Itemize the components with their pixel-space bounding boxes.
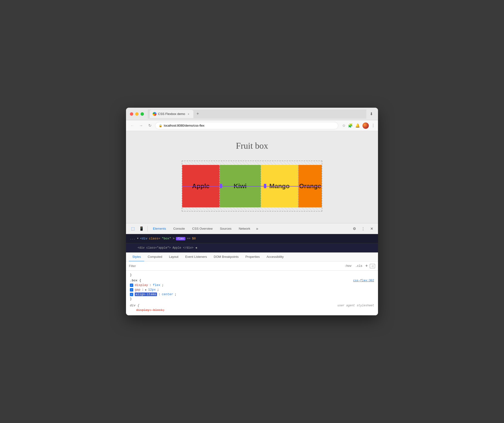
css-semicolon-2: ; — [157, 288, 159, 292]
css-prop-name-display-ua: display: block; — [136, 308, 165, 312]
toolbar-separator — [147, 226, 148, 232]
dom-flex-badge[interactable]: flex — [176, 237, 185, 240]
css-semicolon-3: ; — [174, 293, 176, 296]
css-semicolon-1: ; — [162, 283, 164, 287]
devtools-tabs: Elements Console CSS Overview Sources Ne… — [150, 225, 260, 232]
devtools-close-icon[interactable]: ✕ — [368, 225, 375, 232]
css-colon-2: : — [142, 288, 144, 292]
bookmark-icon[interactable]: ☆ — [342, 123, 346, 128]
page-title: Fruit box — [236, 141, 268, 151]
css-prop-display-ua: display: block; — [126, 308, 378, 312]
dom-attr-class: class= — [149, 237, 160, 240]
css-prop-value-gap[interactable]: 12px — [148, 288, 156, 292]
filter-bar: :hov .cls + — [126, 261, 378, 271]
tab-console[interactable]: Console — [170, 225, 188, 232]
styles-tabs: Styles Computed Layout Event Listeners D… — [126, 252, 378, 261]
fruit-apple: Apple — [182, 165, 220, 207]
tab-title: CSS Flexbox demo — [158, 112, 185, 116]
tab-elements[interactable]: Elements — [150, 225, 169, 232]
css-source-link-box[interactable]: css-flex:302 — [353, 279, 374, 282]
styles-subtab-styles[interactable]: Styles — [129, 252, 144, 261]
toolbar-icons: ☆ 🧩 🔔 ⋮ — [342, 122, 375, 129]
page-content: Fruit box Apple Kiwi Mango Orange — [126, 131, 378, 223]
styles-subtab-computed[interactable]: Computed — [144, 252, 165, 261]
tab-bar: CSS Flexbox demo × + — [148, 109, 366, 119]
styles-subtab-properties[interactable]: Properties — [242, 252, 263, 261]
css-prev-close-brace: } — [126, 273, 378, 277]
tab-network[interactable]: Network — [235, 225, 254, 232]
css-prop-checkbox-align-items[interactable] — [130, 293, 133, 296]
browser-window: CSS Flexbox demo × + ⬇ ← → ↻ 🔒 localhost… — [126, 108, 378, 315]
css-rule-div: div { user agent stylesheet display: blo… — [126, 302, 378, 313]
filter-input[interactable] — [129, 264, 344, 268]
devtools-toolbar: ⬚ 📱 Elements Console CSS Overview Source… — [126, 223, 378, 234]
dom-child-preview: <div class="apple"> Apple </div> ◀ — [138, 246, 197, 250]
styles-subtab-accessibility[interactable]: Accessibility — [263, 252, 287, 261]
css-prop-checkbox-gap[interactable] — [130, 288, 133, 292]
url-bar[interactable]: 🔒 localhost:8080/demo/css-flex — [155, 122, 338, 129]
dom-expand-icon[interactable]: ▼ — [137, 237, 138, 240]
toggle-sidebar-icon[interactable] — [370, 264, 375, 268]
fruit-box: Apple Kiwi Mango Orange — [182, 161, 322, 212]
address-bar: ← → ↻ 🔒 localhost:8080/demo/css-flex ☆ 🧩… — [126, 120, 378, 131]
css-prop-display: display : flex ; — [126, 283, 378, 287]
element-picker-icon[interactable]: ⬚ — [129, 225, 137, 233]
cls-button[interactable]: .cls — [354, 264, 363, 268]
devtools-right-controls: ⚙ ⋮ ✕ — [351, 225, 375, 232]
tab-sources[interactable]: Sources — [216, 225, 235, 232]
dom-tag-close: > — [173, 237, 174, 240]
dom-ellipsis: ... — [130, 237, 135, 240]
menu-icon[interactable]: ⋮ — [371, 123, 375, 128]
css-rule-box-close-brace: } — [126, 297, 378, 301]
close-window-button[interactable] — [130, 112, 133, 116]
gap-indicator-1[interactable] — [220, 184, 222, 188]
styles-subtab-layout[interactable]: Layout — [165, 252, 182, 261]
add-style-button[interactable]: + — [365, 263, 368, 268]
minimize-window-button[interactable] — [135, 112, 139, 116]
dom-tag: <div — [140, 237, 147, 240]
css-prop-value-display[interactable]: flex — [153, 283, 160, 287]
css-prop-value-align-items[interactable]: center — [162, 293, 173, 296]
dom-dollar-zero: $0 — [192, 237, 196, 240]
tab-close-button[interactable]: × — [187, 112, 190, 116]
title-bar: CSS Flexbox demo × + ⬇ — [126, 108, 378, 120]
styles-subtab-event-listeners[interactable]: Event Listeners — [182, 252, 210, 261]
back-button[interactable]: ← — [129, 122, 136, 129]
css-rule-box-header: .box { css-flex:302 — [126, 278, 378, 283]
css-prop-checkbox-display[interactable] — [130, 284, 133, 287]
devtools-more-icon[interactable]: ⋮ — [360, 225, 366, 232]
maximize-window-button[interactable] — [141, 112, 144, 116]
tab-css-overview[interactable]: CSS Overview — [189, 225, 216, 232]
security-icon: 🔒 — [159, 124, 162, 127]
fruit-orange: Orange — [299, 165, 322, 207]
devtools-panel: ⬚ 📱 Elements Console CSS Overview Source… — [126, 223, 378, 315]
css-prop-name-display: display — [135, 283, 148, 287]
dom-equals: == — [187, 237, 191, 240]
downloads-icon[interactable]: ⬇ — [368, 111, 374, 117]
gap-indicator-2[interactable] — [264, 184, 266, 188]
new-tab-button[interactable]: + — [194, 111, 201, 117]
css-colon-3: : — [158, 293, 160, 296]
css-rule-div-header: div { user agent stylesheet — [126, 303, 378, 308]
profile-icon[interactable]: 🔔 — [355, 123, 360, 128]
dom-attr-value: "box" — [162, 237, 171, 240]
avatar[interactable] — [362, 122, 369, 129]
gap-expand-icon[interactable]: ▶ — [145, 288, 147, 291]
css-prop-name-gap: gap — [135, 288, 140, 292]
avatar-image — [362, 122, 369, 129]
forward-button[interactable]: → — [138, 122, 144, 129]
filter-actions: :hov .cls + — [344, 263, 375, 268]
hov-button[interactable]: :hov — [344, 264, 353, 268]
extensions-icon[interactable]: 🧩 — [348, 123, 353, 128]
styles-subtab-dom-breakpoints[interactable]: DOM Breakpoints — [210, 252, 242, 261]
browser-controls-right: ⬇ — [368, 111, 374, 117]
active-tab[interactable]: CSS Flexbox demo × — [150, 110, 193, 118]
devtools-settings-icon[interactable]: ⚙ — [351, 225, 358, 232]
url-text: localhost:8080/demo/css-flex — [164, 124, 205, 127]
fruit-kiwi: Kiwi — [220, 165, 261, 207]
device-toolbar-icon[interactable]: 📱 — [138, 225, 145, 233]
css-rule-box: .box { css-flex:302 display : flex ; — [126, 277, 378, 302]
more-tabs-button[interactable]: » — [254, 226, 260, 232]
refresh-button[interactable]: ↻ — [146, 122, 153, 129]
css-prop-gap: gap : ▶ 12px ; — [126, 287, 378, 292]
